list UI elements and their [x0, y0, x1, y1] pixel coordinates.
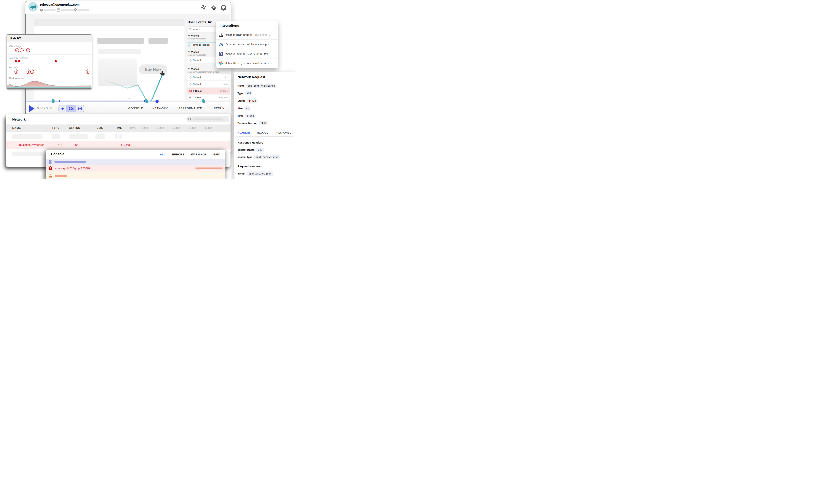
jira-icon[interactable] [211, 4, 217, 12]
console-tab-warnings[interactable]: WARNINGS [191, 153, 207, 156]
error-badge-icon[interactable] [14, 69, 18, 74]
rage-face-icon[interactable] [15, 48, 19, 52]
field-type: Type XHR [238, 91, 253, 95]
tab-redux[interactable]: REDUX [214, 107, 224, 110]
console-tab-info[interactable]: INFO [213, 153, 220, 156]
tab-response[interactable]: RESPONSE [277, 131, 291, 134]
error-badge-icon[interactable] [26, 69, 30, 74]
browser-icon [57, 8, 60, 12]
user-events-label: User Events [188, 20, 206, 24]
play-button[interactable] [29, 105, 35, 112]
event-card-label: Clicked [193, 96, 201, 99]
cloudwatch-icon [219, 42, 223, 46]
event-path: /category/wearable/watch-details [188, 71, 219, 73]
skip-back-button[interactable] [59, 105, 66, 112]
skeleton-cell [69, 134, 88, 139]
timeline-played[interactable] [26, 101, 157, 102]
slack-icon[interactable] [201, 4, 207, 11]
network-search[interactable] [186, 116, 229, 123]
log-placeholder-bar [55, 175, 67, 177]
tab-request[interactable]: REQUEST [257, 131, 270, 134]
field-size: Size -- [238, 106, 250, 111]
col-0ms: 0ms [130, 126, 135, 129]
skeleton-bar [149, 38, 168, 44]
event-label: Visited [191, 34, 199, 37]
status-value: 422 [251, 100, 256, 102]
rage-face-icon[interactable] [26, 48, 30, 52]
console-tab-errors[interactable]: ERRORS [172, 153, 184, 156]
time-to-render-label[interactable]: Time to Render [193, 43, 210, 46]
console-info-row[interactable]: i [46, 159, 225, 165]
timeline-event-tick[interactable] [59, 100, 60, 102]
integration-text: Permission denied to access pro... [225, 43, 274, 46]
console-error-row[interactable]: ecom.xyz/a213qh.js:123987 [46, 165, 225, 172]
timeline-event-tick[interactable] [230, 100, 231, 102]
visited-arrow-icon [188, 35, 190, 37]
timeline-page-marker[interactable] [202, 99, 205, 103]
field-request-method: Request Method POST [238, 121, 268, 125]
event-visited[interactable]: Visited [188, 50, 199, 53]
event-card-label: 3 Clicks [193, 90, 202, 92]
tab-performance[interactable]: PERFORMANCE [178, 107, 202, 110]
xray-section-performance: Performance [9, 77, 24, 80]
network-error-dot[interactable] [18, 60, 20, 62]
timeline-event-tick[interactable] [144, 100, 145, 102]
network-error-dot[interactable] [15, 60, 17, 62]
timeline-remaining[interactable] [157, 101, 231, 102]
timeline-event-tick[interactable] [93, 100, 93, 102]
console-warning-row[interactable] [46, 172, 225, 179]
tab-headers[interactable]: HEADERS [238, 131, 251, 134]
skip-forward-button[interactable] [76, 105, 84, 112]
event-card-clicked[interactable]: Clicked Buy Now [187, 95, 230, 100]
divider [102, 104, 102, 113]
timeline-page-marker[interactable] [146, 99, 148, 103]
event-visited[interactable]: Visited [188, 34, 199, 37]
rage-face-icon[interactable] [20, 48, 24, 52]
header-value: application/json [247, 172, 273, 176]
integration-row-elastic[interactable]: Unhandledrejection handler rece.. [216, 58, 278, 68]
field-value: 422 [247, 98, 258, 103]
skeleton-cell [12, 134, 42, 139]
cell-time: 119 ms [121, 143, 130, 146]
event-card-clicked[interactable]: Clicked Color [187, 81, 230, 87]
event-card-clicked[interactable]: Clicked Size [187, 74, 230, 80]
timeline-event-tick[interactable] [48, 100, 48, 102]
request-headers-title: Request Headers [238, 165, 261, 168]
playhead[interactable] [155, 100, 159, 103]
tab-network[interactable]: NETWORK [152, 107, 168, 110]
event-card-label: Clicked [193, 83, 201, 85]
event-card-detail: Quantity + [218, 90, 228, 92]
field-label: Status [238, 100, 245, 102]
timeline-quote-marker[interactable]: “ [128, 97, 130, 102]
event-card-rage-clicks[interactable]: 3 Clicks Quantity + [187, 88, 230, 94]
integration-row-sentry[interactable]: UnhandledRejection: Non–Error... [216, 30, 278, 39]
status-error-dot [249, 100, 250, 102]
error-badge-icon[interactable] [30, 69, 34, 74]
timeline-page-marker[interactable] [52, 99, 54, 103]
xray-section-network: 4xx-5xx Network [9, 57, 28, 60]
integration-row-datadog[interactable]: Request failed with status 500 [216, 49, 278, 58]
tab-console[interactable]: CONSOLE [128, 107, 143, 110]
field-value: -- [244, 106, 250, 111]
error-badge-icon[interactable] [86, 69, 90, 74]
buy-now-label: Buy Now [145, 67, 161, 72]
skip-interval-label: 10s [66, 105, 76, 112]
integration-row-cloudwatch[interactable]: Permission denied to access pro... [216, 39, 278, 49]
cell-size: -- [102, 143, 103, 146]
event-visited[interactable]: Visited [188, 67, 199, 70]
field-value: XHR [245, 91, 253, 95]
console-panel: Console ALL ERRORS WARNINGS INFO i ecom.… [46, 150, 225, 179]
request-detail-tabs: HEADERS REQUEST RESPONSE [238, 131, 292, 136]
console-tab-all[interactable]: ALL [160, 153, 165, 156]
field-value: api.ecom.xyz/search [246, 84, 277, 88]
click-rage-markers [15, 48, 30, 52]
info-icon: i [48, 159, 52, 164]
github-icon[interactable] [220, 4, 227, 12]
header-value: 642 [256, 148, 264, 152]
event-card-detail: Size [224, 76, 228, 79]
error-icon [48, 166, 52, 170]
session-duration-placeholder [44, 9, 56, 11]
click-hand-icon [189, 59, 192, 62]
network-error-dot[interactable] [55, 60, 57, 62]
field-label: Time [238, 114, 243, 117]
